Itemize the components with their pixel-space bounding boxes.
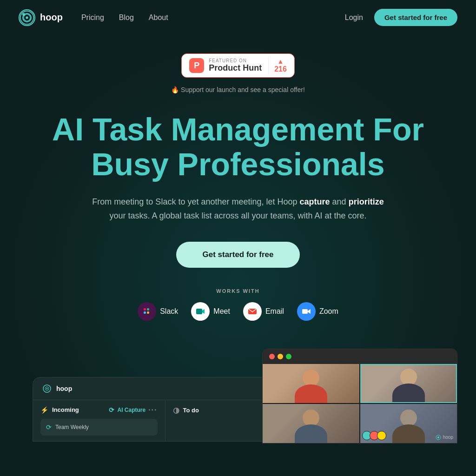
integration-slack: Slack bbox=[138, 302, 178, 321]
svg-point-1 bbox=[24, 14, 30, 20]
ph-vote-count: 216 bbox=[274, 65, 287, 73]
navigation: hoop Pricing Blog About Login Get starte… bbox=[0, 0, 476, 35]
hoop-incoming-col: ⚡ Incoming ⟳ AI Capture ··· ⟳ Team Weekl… bbox=[33, 400, 165, 441]
ai-icon: ⟳ bbox=[109, 406, 114, 414]
task-sync-icon: ⟳ bbox=[46, 423, 52, 431]
logo-icon bbox=[19, 9, 35, 26]
nav-link-blog[interactable]: Blog bbox=[119, 13, 134, 22]
hoop-window-header: hoop bbox=[33, 377, 297, 400]
ph-support-text: 🔥 Support our launch and see a special o… bbox=[171, 86, 305, 93]
nav-right: Login Get started for free bbox=[345, 9, 457, 26]
ph-arrow-icon: ▲ bbox=[278, 58, 284, 65]
works-with-label: WORKS WITH bbox=[216, 288, 259, 294]
video-grid: hoop bbox=[263, 364, 457, 443]
hoop-watermark: hoop bbox=[436, 435, 453, 440]
svg-rect-7 bbox=[196, 309, 202, 314]
svg-rect-9 bbox=[302, 309, 308, 314]
tl-green bbox=[286, 354, 291, 359]
dots-icon: ··· bbox=[148, 406, 157, 414]
hero-cta-button[interactable]: Get started for free bbox=[176, 242, 299, 268]
email-icon bbox=[243, 302, 262, 321]
tl-red bbox=[269, 354, 275, 359]
app-preview: hoop ⚡ Incoming ⟳ AI Capture ··· ⟳ bbox=[19, 349, 457, 442]
svg-rect-6 bbox=[147, 311, 149, 314]
ph-text: FEATURED ON Product Hunt bbox=[209, 58, 262, 73]
slack-icon bbox=[138, 302, 156, 321]
tl-yellow bbox=[278, 354, 283, 359]
svg-point-12 bbox=[46, 388, 48, 389]
svg-rect-5 bbox=[147, 308, 149, 311]
nav-link-pricing[interactable]: Pricing bbox=[81, 13, 104, 22]
integration-meet: Meet bbox=[191, 302, 230, 321]
product-hunt-badge[interactable]: P FEATURED ON Product Hunt ▲ 216 bbox=[181, 53, 295, 78]
incoming-header: ⚡ Incoming ⟳ AI Capture ··· bbox=[40, 406, 158, 414]
logo[interactable]: hoop bbox=[19, 9, 63, 26]
nav-left: hoop Pricing Blog About bbox=[19, 9, 168, 26]
hero-subtitle: From meeting to Slack to yet another mee… bbox=[87, 195, 389, 223]
svg-point-0 bbox=[20, 11, 33, 24]
meet-icon bbox=[191, 302, 210, 321]
integration-zoom: Zoom bbox=[297, 302, 338, 321]
hoop-window-title: hoop bbox=[56, 385, 72, 392]
logo-text: hoop bbox=[40, 12, 63, 23]
integrations-list: Slack Meet Email bbox=[138, 302, 338, 321]
task-item[interactable]: ⟳ Team Weekly bbox=[40, 419, 158, 436]
nav-links: Pricing Blog About bbox=[81, 13, 168, 22]
zoom-icon bbox=[297, 302, 316, 321]
svg-point-2 bbox=[26, 16, 28, 19]
nav-cta-button[interactable]: Get started for free bbox=[374, 9, 457, 26]
integration-email: Email bbox=[243, 302, 284, 321]
video-cell-2 bbox=[360, 364, 457, 403]
works-with-section: WORKS WITH Slack bbox=[138, 288, 338, 321]
ph-icon: P bbox=[189, 58, 204, 73]
ph-product-name: Product Hunt bbox=[209, 63, 262, 73]
video-call-window: hoop bbox=[262, 349, 457, 443]
hoop-app-window: hoop ⚡ Incoming ⟳ AI Capture ··· ⟳ bbox=[33, 377, 298, 442]
avatar-stack bbox=[364, 431, 386, 440]
svg-rect-4 bbox=[144, 311, 146, 314]
todo-icon: ◑ bbox=[173, 406, 179, 415]
svg-rect-3 bbox=[144, 308, 146, 311]
ph-featured-label: FEATURED ON bbox=[209, 58, 262, 63]
video-cell-1 bbox=[263, 364, 359, 403]
video-cell-3 bbox=[263, 404, 359, 443]
video-window-bar bbox=[263, 349, 457, 364]
ph-votes: ▲ 216 bbox=[268, 58, 287, 73]
hero-section: P FEATURED ON Product Hunt ▲ 216 🔥 Suppo… bbox=[0, 35, 476, 442]
svg-point-14 bbox=[437, 436, 439, 438]
login-button[interactable]: Login bbox=[345, 13, 363, 22]
hero-title: AI Task Management For Busy Professional… bbox=[52, 112, 424, 182]
lightning-icon: ⚡ bbox=[40, 406, 48, 414]
nav-link-about[interactable]: About bbox=[149, 13, 168, 22]
hoop-window-body: ⚡ Incoming ⟳ AI Capture ··· ⟳ Team Weekl… bbox=[33, 400, 297, 441]
video-cell-4: hoop bbox=[360, 404, 457, 443]
